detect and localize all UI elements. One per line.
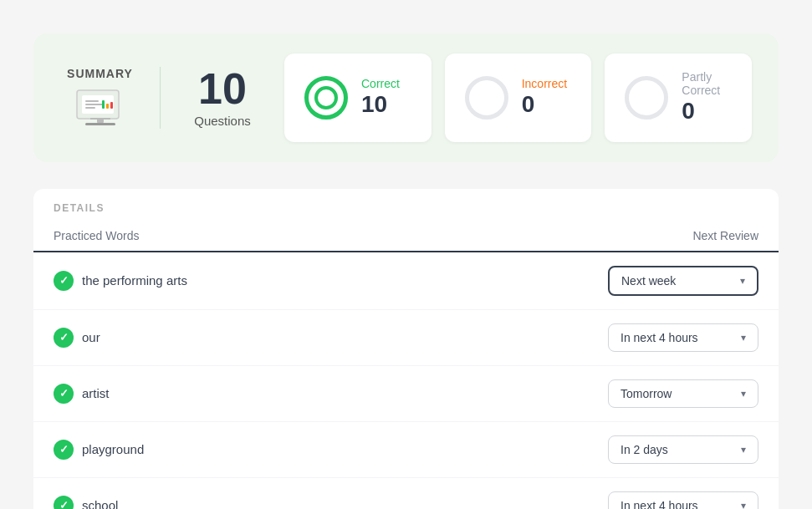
details-header: DETAILS bbox=[33, 189, 779, 221]
check-icon bbox=[54, 328, 74, 348]
summary-card: SUMMARY 10 Questions Correct 10 bbox=[33, 33, 779, 162]
summary-title: SUMMARY bbox=[67, 67, 133, 80]
details-section: DETAILS Practiced Words Next Review the … bbox=[33, 189, 779, 509]
incorrect-info: Incorrect 0 bbox=[522, 77, 567, 119]
table-row: ourIn next 4 hours▾ bbox=[33, 310, 779, 366]
check-icon bbox=[54, 271, 74, 291]
correct-stat-card: Correct 10 bbox=[284, 53, 432, 142]
review-dropdown[interactable]: In next 4 hours▾ bbox=[608, 323, 758, 352]
correct-circle bbox=[304, 76, 348, 120]
review-dropdown[interactable]: In 2 days▾ bbox=[608, 435, 758, 464]
chevron-down-icon: ▾ bbox=[741, 332, 746, 344]
col-header-review: Next Review bbox=[692, 229, 758, 242]
word-left: school bbox=[54, 496, 118, 509]
questions-number: 10 bbox=[198, 67, 247, 110]
review-dropdown[interactable]: In next 4 hours▾ bbox=[608, 491, 758, 509]
word-text: artist bbox=[82, 386, 110, 400]
table-row: artistTomorrow▾ bbox=[33, 366, 779, 422]
review-dropdown[interactable]: Tomorrow▾ bbox=[608, 379, 758, 408]
col-header-words: Practiced Words bbox=[54, 229, 139, 242]
word-left: artist bbox=[54, 384, 110, 404]
word-left: our bbox=[54, 328, 100, 348]
partly-circle bbox=[625, 76, 668, 120]
incorrect-label: Incorrect bbox=[522, 77, 567, 90]
word-left: the performing arts bbox=[54, 271, 187, 291]
svg-rect-2 bbox=[85, 100, 99, 102]
word-left: playground bbox=[54, 440, 144, 460]
table-row: the performing artsNext week▾ bbox=[33, 252, 779, 310]
svg-rect-7 bbox=[110, 102, 113, 109]
correct-info: Correct 10 bbox=[361, 77, 400, 119]
incorrect-value: 0 bbox=[522, 90, 567, 119]
svg-rect-5 bbox=[102, 100, 105, 109]
words-list: the performing artsNext week▾ourIn next … bbox=[33, 252, 779, 509]
partly-info: Partly Correct 0 bbox=[682, 70, 732, 125]
svg-rect-6 bbox=[106, 104, 109, 109]
check-icon bbox=[54, 496, 74, 509]
review-dropdown[interactable]: Next week▾ bbox=[608, 266, 758, 296]
summary-icon bbox=[74, 87, 127, 129]
word-text: the performing arts bbox=[82, 273, 187, 288]
word-text: our bbox=[82, 330, 100, 344]
chevron-down-icon: ▾ bbox=[741, 388, 746, 400]
chevron-down-icon: ▾ bbox=[741, 500, 746, 509]
dropdown-text: In 2 days bbox=[620, 443, 733, 456]
word-text: playground bbox=[82, 442, 144, 456]
svg-rect-10 bbox=[85, 123, 115, 125]
partly-value: 0 bbox=[682, 97, 732, 125]
svg-rect-3 bbox=[85, 104, 104, 105]
word-text: school bbox=[82, 498, 118, 509]
svg-rect-9 bbox=[97, 119, 104, 123]
dropdown-text: Tomorrow bbox=[620, 387, 733, 400]
table-row: schoolIn next 4 hours▾ bbox=[33, 478, 779, 509]
correct-label: Correct bbox=[361, 77, 400, 90]
questions-label: Questions bbox=[194, 114, 251, 128]
correct-value: 10 bbox=[361, 90, 400, 119]
check-icon bbox=[54, 384, 74, 404]
chevron-down-icon: ▾ bbox=[741, 444, 746, 456]
partly-label: Partly Correct bbox=[682, 70, 732, 97]
summary-label-section: SUMMARY bbox=[60, 67, 161, 129]
table-row: playgroundIn 2 days▾ bbox=[33, 422, 779, 478]
svg-rect-4 bbox=[85, 107, 95, 109]
dropdown-text: In next 4 hours bbox=[620, 331, 733, 344]
table-header: Practiced Words Next Review bbox=[33, 221, 779, 252]
incorrect-stat-card: Incorrect 0 bbox=[445, 53, 592, 142]
incorrect-circle bbox=[465, 76, 508, 120]
dropdown-text: Next week bbox=[621, 274, 732, 288]
check-icon bbox=[54, 440, 74, 460]
stat-cards: Correct 10 Incorrect 0 Partly Correct 0 bbox=[284, 53, 752, 142]
partly-stat-card: Partly Correct 0 bbox=[605, 53, 752, 142]
dropdown-text: In next 4 hours bbox=[620, 499, 733, 509]
chevron-down-icon: ▾ bbox=[740, 275, 745, 287]
questions-count-section: 10 Questions bbox=[181, 67, 264, 128]
